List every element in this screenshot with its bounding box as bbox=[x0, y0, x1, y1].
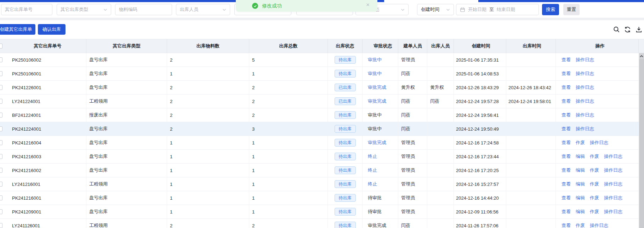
void-link[interactable]: 作废 bbox=[590, 209, 599, 215]
created-time-cell: 2024-12-16 14:44:20 bbox=[454, 191, 506, 205]
row-checkbox[interactable] bbox=[0, 223, 2, 228]
edit-link[interactable]: 编辑 bbox=[576, 167, 585, 173]
view-link[interactable]: 查看 bbox=[562, 153, 571, 160]
table-row[interactable]: LY241126001工程领用22待出库审批完成闫蓓2024-11-26 17:… bbox=[0, 219, 644, 228]
void-link[interactable]: 作废 bbox=[590, 181, 599, 187]
row-checkbox[interactable] bbox=[0, 209, 2, 214]
refresh-icon[interactable] bbox=[623, 25, 631, 33]
table-row[interactable]: PK241216004盘亏出库11待出库审批完成管理员2024-12-16 17… bbox=[0, 136, 644, 150]
operation-log-link[interactable]: 操作日志 bbox=[604, 153, 622, 160]
table-row[interactable]: PK241216001盘亏出库11待出库待审批管理员2024-12-16 14:… bbox=[0, 191, 644, 205]
row-checkbox[interactable] bbox=[0, 140, 2, 145]
table-row[interactable]: LY241216001工程领用11待出库终止管理员2024-12-16 15:2… bbox=[0, 177, 644, 191]
chevron-down-icon bbox=[446, 8, 450, 12]
out-status-badge: 待出库 bbox=[335, 111, 356, 119]
approval-status-text[interactable]: 审批中 bbox=[368, 57, 382, 63]
operation-log-link[interactable]: 操作日志 bbox=[576, 98, 594, 104]
row-checkbox[interactable] bbox=[0, 126, 2, 131]
void-link[interactable]: 作废 bbox=[576, 222, 585, 228]
view-link[interactable]: 查看 bbox=[562, 84, 571, 91]
view-link[interactable]: 查看 bbox=[562, 57, 571, 63]
table-row[interactable]: PK241216003盘亏出库11待出库终止管理员2024-12-16 17:2… bbox=[0, 150, 644, 164]
edit-link[interactable]: 编辑 bbox=[576, 153, 585, 160]
approval-status-text[interactable]: 终止 bbox=[368, 167, 377, 173]
row-checkbox[interactable] bbox=[0, 182, 2, 187]
row-checkbox[interactable] bbox=[0, 71, 2, 76]
operation-log-link[interactable]: 操作日志 bbox=[576, 84, 594, 91]
operation-log-link[interactable]: 操作日志 bbox=[604, 195, 622, 201]
view-link[interactable]: 查看 bbox=[562, 181, 571, 187]
material-code-filter-input[interactable]: 物料编码 bbox=[115, 4, 172, 15]
operation-log-link[interactable]: 操作日志 bbox=[604, 181, 622, 187]
out-status-badge: 待出库 bbox=[328, 53, 363, 67]
table-row[interactable]: LY241224001工程领用22已出库审批完成闫蓓闫蓓2024-12-24 1… bbox=[0, 95, 644, 108]
total-count-cell: 1 bbox=[249, 177, 328, 191]
void-link[interactable]: 作废 bbox=[590, 153, 599, 160]
vertical-scrollbar[interactable] bbox=[639, 53, 644, 228]
view-link[interactable]: 查看 bbox=[562, 112, 571, 118]
out-status-badge: 待出库 bbox=[328, 191, 363, 205]
table-row[interactable]: PK241216002盘亏出库11待出库终止管理员2024-12-16 17:2… bbox=[0, 164, 644, 177]
creator-cell: 闫蓓 bbox=[398, 219, 427, 228]
view-link[interactable]: 查看 bbox=[562, 167, 571, 173]
close-icon[interactable]: × bbox=[366, 2, 370, 8]
edit-link[interactable]: 编辑 bbox=[576, 195, 585, 201]
row-checkbox[interactable] bbox=[0, 85, 2, 90]
view-link[interactable]: 查看 bbox=[562, 70, 571, 77]
view-link[interactable]: 查看 bbox=[562, 98, 571, 104]
approval-status-text[interactable]: 终止 bbox=[368, 153, 377, 160]
operation-log-link[interactable]: 操作日志 bbox=[590, 222, 608, 228]
order-type-placeholder: 其它出库类型 bbox=[61, 6, 88, 13]
chevron-down-icon bbox=[222, 8, 226, 12]
download-icon[interactable] bbox=[635, 25, 643, 33]
order-no-filter-input[interactable]: 其它出库单号 bbox=[1, 4, 52, 15]
row-checkbox[interactable] bbox=[0, 113, 2, 118]
table-row[interactable]: PK250106001盘亏出库11待出库审批中闫蓓2025-01-06 14:0… bbox=[0, 67, 644, 81]
operation-log-link[interactable]: 操作日志 bbox=[590, 139, 608, 146]
void-link[interactable]: 作废 bbox=[590, 167, 599, 173]
row-checkbox[interactable] bbox=[0, 195, 2, 200]
view-link[interactable]: 查看 bbox=[562, 209, 571, 215]
table-row[interactable]: BF241224001报废出库22待出库审批中闫蓓2024-12-24 19:5… bbox=[0, 108, 644, 122]
date-range-picker[interactable]: 开始日期 至 结束日期 bbox=[456, 4, 539, 15]
void-link[interactable]: 作废 bbox=[590, 195, 599, 201]
approval-status-text[interactable]: 审批完成 bbox=[368, 98, 386, 104]
row-checkbox[interactable] bbox=[0, 57, 2, 62]
out-person-filter-select[interactable]: 出库人员 bbox=[176, 4, 230, 15]
select-all-checkbox[interactable] bbox=[0, 44, 2, 49]
operation-log-link[interactable]: 操作日志 bbox=[576, 70, 594, 77]
create-outbound-order-button[interactable]: 创建其它出库单 bbox=[0, 24, 35, 35]
table-row[interactable]: PK241226001盘亏出库22已出库审批完成黄升权黄升权2024-12-26… bbox=[0, 81, 644, 95]
row-checkbox[interactable] bbox=[0, 99, 2, 104]
operation-log-link[interactable]: 操作日志 bbox=[604, 209, 622, 215]
approval-status-text[interactable]: 审批完成 bbox=[368, 84, 386, 91]
operation-log-link[interactable]: 操作日志 bbox=[576, 57, 594, 63]
table-row[interactable]: PK241209001盘亏出库11待出库待审批管理员2024-12-09 11:… bbox=[0, 205, 644, 219]
scroll-up-button[interactable] bbox=[639, 53, 644, 59]
order-type-filter-select[interactable]: 其它出库类型 bbox=[57, 4, 111, 15]
view-link[interactable]: 查看 bbox=[562, 195, 571, 201]
approval-status-text[interactable]: 审批完成 bbox=[368, 139, 386, 146]
reset-button[interactable]: 重置 bbox=[563, 4, 580, 15]
operation-log-link[interactable]: 操作日志 bbox=[576, 126, 594, 132]
approval-status-text[interactable]: 审批中 bbox=[368, 70, 382, 77]
view-link[interactable]: 查看 bbox=[562, 139, 571, 146]
time-type-select[interactable]: 创建时间 bbox=[417, 4, 454, 15]
void-link[interactable]: 作废 bbox=[576, 139, 585, 146]
select-checkbox bbox=[0, 53, 9, 67]
operation-log-link[interactable]: 操作日志 bbox=[604, 167, 622, 173]
edit-link[interactable]: 编辑 bbox=[576, 181, 585, 187]
table-row[interactable]: PK241224001盘亏出库23待出库审批中闫蓓2024-12-24 19:5… bbox=[0, 122, 644, 136]
operation-log-link[interactable]: 操作日志 bbox=[576, 112, 594, 118]
confirm-outbound-button[interactable]: 确认出库 bbox=[38, 24, 65, 35]
search-button[interactable]: 搜索 bbox=[542, 4, 559, 15]
table-row[interactable]: PK250106002盘亏出库25待出库审批中管理员2025-01-06 17:… bbox=[0, 53, 644, 67]
table-search-icon[interactable] bbox=[612, 25, 620, 33]
view-link[interactable]: 查看 bbox=[562, 222, 571, 228]
approval-status-text[interactable]: 终止 bbox=[368, 181, 377, 187]
row-checkbox[interactable] bbox=[0, 154, 2, 159]
row-checkbox[interactable] bbox=[0, 168, 2, 173]
edit-link[interactable]: 编辑 bbox=[576, 209, 585, 215]
column-header-select-checkbox[interactable] bbox=[0, 39, 9, 53]
view-link[interactable]: 查看 bbox=[562, 126, 571, 132]
